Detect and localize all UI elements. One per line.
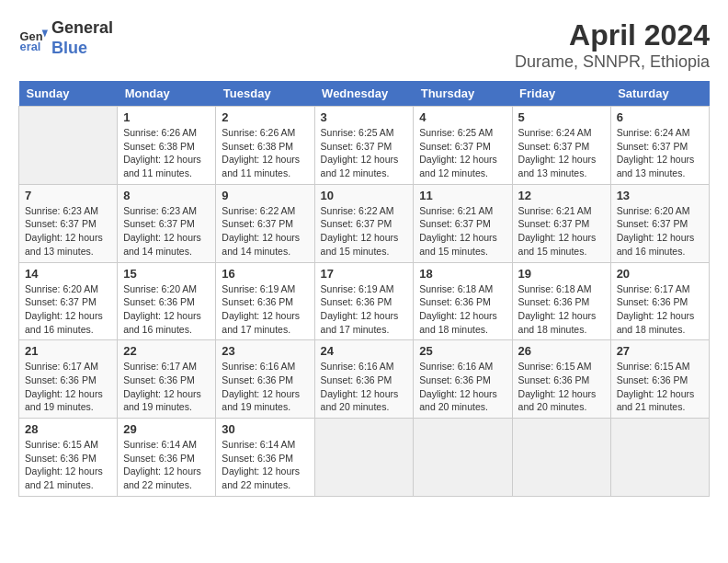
- day-info: Sunrise: 6:21 AM Sunset: 6:37 PM Dayligh…: [518, 204, 605, 259]
- day-number: 13: [617, 189, 703, 202]
- day-info: Sunrise: 6:17 AM Sunset: 6:36 PM Dayligh…: [123, 360, 210, 414]
- day-info: Sunrise: 6:21 AM Sunset: 6:37 PM Dayligh…: [419, 204, 506, 259]
- day-info: Sunrise: 6:25 AM Sunset: 6:37 PM Dayligh…: [321, 126, 408, 180]
- calendar-week-row: 1Sunrise: 6:26 AM Sunset: 6:38 PM Daylig…: [19, 107, 710, 185]
- calendar-day-header: Monday: [118, 81, 216, 107]
- calendar-week-row: 28Sunrise: 6:15 AM Sunset: 6:36 PM Dayli…: [19, 419, 710, 497]
- logo-text: General Blue: [51, 18, 113, 58]
- calendar-body: 1Sunrise: 6:26 AM Sunset: 6:38 PM Daylig…: [19, 107, 710, 497]
- calendar-day-header: Friday: [512, 81, 610, 107]
- day-number: 8: [123, 189, 210, 202]
- calendar-week-row: 14Sunrise: 6:20 AM Sunset: 6:37 PM Dayli…: [19, 262, 710, 340]
- calendar-cell: 16Sunrise: 6:19 AM Sunset: 6:36 PM Dayli…: [216, 262, 314, 340]
- day-number: 28: [25, 422, 111, 436]
- calendar-cell: 23Sunrise: 6:16 AM Sunset: 6:36 PM Dayli…: [216, 340, 314, 419]
- calendar-cell: 29Sunrise: 6:14 AM Sunset: 6:36 PM Dayli…: [118, 419, 216, 497]
- calendar-cell: 14Sunrise: 6:20 AM Sunset: 6:37 PM Dayli…: [19, 262, 118, 340]
- day-info: Sunrise: 6:16 AM Sunset: 6:36 PM Dayligh…: [321, 360, 408, 414]
- day-number: 5: [518, 110, 605, 124]
- day-info: Sunrise: 6:16 AM Sunset: 6:36 PM Dayligh…: [419, 360, 506, 414]
- day-info: Sunrise: 6:15 AM Sunset: 6:36 PM Dayligh…: [617, 360, 703, 414]
- day-number: 22: [123, 344, 210, 358]
- calendar-cell: 5Sunrise: 6:24 AM Sunset: 6:37 PM Daylig…: [512, 107, 610, 185]
- svg-marker-2: [42, 29, 48, 37]
- calendar-cell: 18Sunrise: 6:18 AM Sunset: 6:36 PM Dayli…: [414, 262, 512, 340]
- day-info: Sunrise: 6:23 AM Sunset: 6:37 PM Dayligh…: [25, 204, 111, 259]
- day-info: Sunrise: 6:25 AM Sunset: 6:37 PM Dayligh…: [419, 126, 506, 180]
- day-number: 23: [222, 344, 308, 358]
- svg-text:eral: eral: [20, 39, 41, 52]
- calendar-cell: 1Sunrise: 6:26 AM Sunset: 6:38 PM Daylig…: [118, 107, 216, 185]
- calendar-cell: 10Sunrise: 6:22 AM Sunset: 6:37 PM Dayli…: [314, 184, 414, 262]
- calendar-cell: 28Sunrise: 6:15 AM Sunset: 6:36 PM Dayli…: [19, 419, 118, 497]
- day-info: Sunrise: 6:24 AM Sunset: 6:37 PM Dayligh…: [617, 126, 703, 180]
- logo-line2: Blue: [51, 39, 113, 59]
- day-info: Sunrise: 6:14 AM Sunset: 6:36 PM Dayligh…: [123, 438, 210, 492]
- calendar-cell: [314, 419, 414, 497]
- calendar-cell: 21Sunrise: 6:17 AM Sunset: 6:36 PM Dayli…: [19, 340, 118, 419]
- calendar-cell: 27Sunrise: 6:15 AM Sunset: 6:36 PM Dayli…: [610, 340, 709, 419]
- calendar-cell: 17Sunrise: 6:19 AM Sunset: 6:36 PM Dayli…: [314, 262, 414, 340]
- calendar-day-header: Tuesday: [216, 81, 314, 107]
- logo: Gen eral General Blue: [18, 18, 113, 58]
- calendar-subtitle: Durame, SNNPR, Ethiopia: [515, 52, 710, 72]
- calendar-cell: [19, 107, 118, 185]
- calendar-cell: 2Sunrise: 6:26 AM Sunset: 6:38 PM Daylig…: [216, 107, 314, 185]
- day-number: 2: [222, 110, 308, 124]
- day-number: 11: [419, 189, 506, 202]
- calendar-table: SundayMondayTuesdayWednesdayThursdayFrid…: [18, 81, 710, 497]
- calendar-week-row: 21Sunrise: 6:17 AM Sunset: 6:36 PM Dayli…: [19, 340, 710, 419]
- day-number: 26: [518, 344, 605, 358]
- calendar-cell: 4Sunrise: 6:25 AM Sunset: 6:37 PM Daylig…: [414, 107, 512, 185]
- day-number: 18: [419, 267, 506, 281]
- logo-icon: Gen eral: [18, 24, 48, 53]
- day-number: 21: [25, 344, 111, 358]
- logo-line1: General: [51, 18, 113, 39]
- day-info: Sunrise: 6:26 AM Sunset: 6:38 PM Dayligh…: [123, 126, 210, 180]
- day-number: 17: [321, 267, 408, 281]
- day-number: 29: [123, 422, 210, 436]
- calendar-day-header: Sunday: [19, 81, 118, 107]
- day-number: 25: [419, 344, 506, 358]
- calendar-week-row: 7Sunrise: 6:23 AM Sunset: 6:37 PM Daylig…: [19, 184, 710, 262]
- day-number: 20: [617, 267, 703, 281]
- day-number: 4: [419, 110, 506, 124]
- day-info: Sunrise: 6:22 AM Sunset: 6:37 PM Dayligh…: [321, 204, 408, 259]
- calendar-cell: [512, 419, 610, 497]
- calendar-day-header: Wednesday: [314, 81, 414, 107]
- day-info: Sunrise: 6:15 AM Sunset: 6:36 PM Dayligh…: [25, 438, 111, 492]
- calendar-cell: 9Sunrise: 6:22 AM Sunset: 6:37 PM Daylig…: [216, 184, 314, 262]
- day-number: 27: [617, 344, 703, 358]
- day-info: Sunrise: 6:17 AM Sunset: 6:36 PM Dayligh…: [617, 282, 703, 337]
- calendar-cell: 20Sunrise: 6:17 AM Sunset: 6:36 PM Dayli…: [610, 262, 709, 340]
- calendar-cell: [610, 419, 709, 497]
- calendar-day-header: Saturday: [610, 81, 709, 107]
- day-number: 15: [123, 267, 210, 281]
- calendar-title: April 2024: [515, 18, 710, 52]
- day-info: Sunrise: 6:20 AM Sunset: 6:36 PM Dayligh…: [123, 282, 210, 337]
- calendar-cell: 13Sunrise: 6:20 AM Sunset: 6:37 PM Dayli…: [610, 184, 709, 262]
- day-number: 7: [25, 189, 111, 202]
- day-info: Sunrise: 6:19 AM Sunset: 6:36 PM Dayligh…: [321, 282, 408, 337]
- day-number: 19: [518, 267, 605, 281]
- day-number: 6: [617, 110, 703, 124]
- day-info: Sunrise: 6:18 AM Sunset: 6:36 PM Dayligh…: [419, 282, 506, 337]
- day-info: Sunrise: 6:19 AM Sunset: 6:36 PM Dayligh…: [222, 282, 308, 337]
- day-number: 16: [222, 267, 308, 281]
- calendar-cell: [414, 419, 512, 497]
- title-block: April 2024 Durame, SNNPR, Ethiopia: [515, 18, 710, 72]
- day-number: 14: [25, 267, 111, 281]
- day-info: Sunrise: 6:17 AM Sunset: 6:36 PM Dayligh…: [25, 360, 111, 414]
- day-number: 3: [321, 110, 408, 124]
- calendar-cell: 19Sunrise: 6:18 AM Sunset: 6:36 PM Dayli…: [512, 262, 610, 340]
- calendar-cell: 3Sunrise: 6:25 AM Sunset: 6:37 PM Daylig…: [314, 107, 414, 185]
- calendar-cell: 11Sunrise: 6:21 AM Sunset: 6:37 PM Dayli…: [414, 184, 512, 262]
- calendar-day-header: Thursday: [414, 81, 512, 107]
- calendar-cell: 24Sunrise: 6:16 AM Sunset: 6:36 PM Dayli…: [314, 340, 414, 419]
- calendar-cell: 26Sunrise: 6:15 AM Sunset: 6:36 PM Dayli…: [512, 340, 610, 419]
- day-info: Sunrise: 6:16 AM Sunset: 6:36 PM Dayligh…: [222, 360, 308, 414]
- calendar-cell: 7Sunrise: 6:23 AM Sunset: 6:37 PM Daylig…: [19, 184, 118, 262]
- day-info: Sunrise: 6:24 AM Sunset: 6:37 PM Dayligh…: [518, 126, 605, 180]
- calendar-cell: 15Sunrise: 6:20 AM Sunset: 6:36 PM Dayli…: [118, 262, 216, 340]
- day-number: 1: [123, 110, 210, 124]
